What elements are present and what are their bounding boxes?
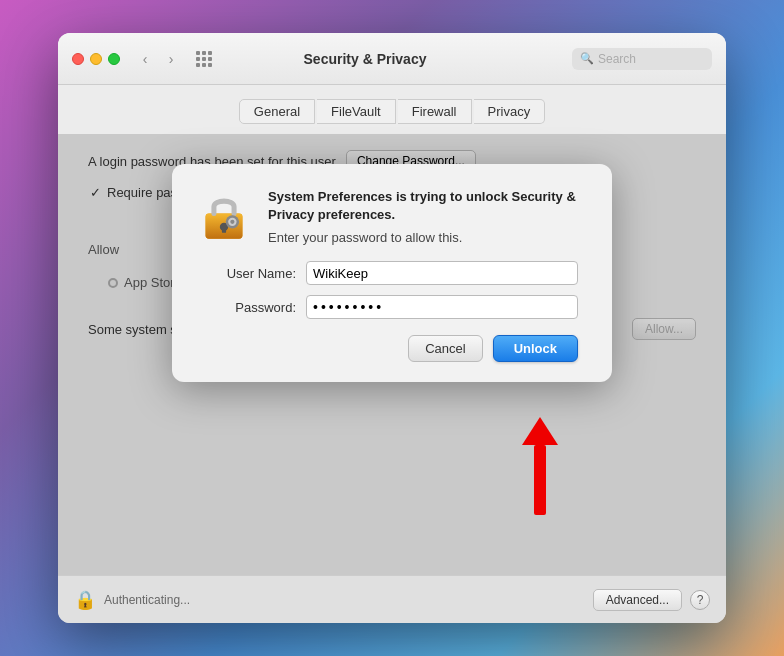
form-rows: User Name: Password: <box>196 261 588 319</box>
padlock-icon: 🔒 <box>74 589 96 611</box>
password-input[interactable] <box>306 295 578 319</box>
close-button[interactable] <box>72 53 84 65</box>
svg-rect-3 <box>222 227 226 233</box>
username-input[interactable] <box>306 261 578 285</box>
username-row: User Name: <box>206 261 578 285</box>
search-icon: 🔍 <box>580 52 594 65</box>
tab-general[interactable]: General <box>239 99 315 124</box>
minimize-button[interactable] <box>90 53 102 65</box>
system-preferences-window: ‹ › Security & Privacy 🔍 Search General … <box>58 33 726 623</box>
cancel-button[interactable]: Cancel <box>408 335 482 362</box>
window-title: Security & Privacy <box>166 51 564 67</box>
search-box[interactable]: 🔍 Search <box>572 48 712 70</box>
dialog-text-block: System Preferences is trying to unlock S… <box>268 188 588 245</box>
back-button[interactable]: ‹ <box>134 48 156 70</box>
main-content: A login password has been set for this u… <box>58 134 726 575</box>
maximize-button[interactable] <box>108 53 120 65</box>
password-row: Password: <box>206 295 578 319</box>
username-label: User Name: <box>206 266 296 281</box>
tabs-bar: General FileVault Firewall Privacy <box>58 85 726 134</box>
tab-filevault[interactable]: FileVault <box>317 99 396 124</box>
titlebar: ‹ › Security & Privacy 🔍 Search <box>58 33 726 85</box>
dialog-title: System Preferences is trying to unlock S… <box>268 188 588 224</box>
password-label: Password: <box>206 300 296 315</box>
unlock-dialog: System Preferences is trying to unlock S… <box>172 164 612 382</box>
lock-icon <box>198 190 250 242</box>
dialog-buttons: Cancel Unlock <box>196 335 588 362</box>
advanced-button[interactable]: Advanced... <box>593 589 682 611</box>
authenticating-text: Authenticating... <box>104 593 190 607</box>
dialog-overlay: System Preferences is trying to unlock S… <box>58 134 726 575</box>
traffic-lights <box>72 53 120 65</box>
search-placeholder: Search <box>598 52 636 66</box>
lock-icon-wrapper <box>196 188 252 244</box>
dialog-header: System Preferences is trying to unlock S… <box>196 188 588 245</box>
unlock-button[interactable]: Unlock <box>493 335 578 362</box>
dialog-subtitle: Enter your password to allow this. <box>268 230 588 245</box>
bottom-bar: 🔒 Authenticating... Advanced... ? <box>58 575 726 623</box>
svg-point-6 <box>230 220 234 224</box>
help-button[interactable]: ? <box>690 590 710 610</box>
tab-privacy[interactable]: Privacy <box>474 99 546 124</box>
tab-firewall[interactable]: Firewall <box>398 99 472 124</box>
